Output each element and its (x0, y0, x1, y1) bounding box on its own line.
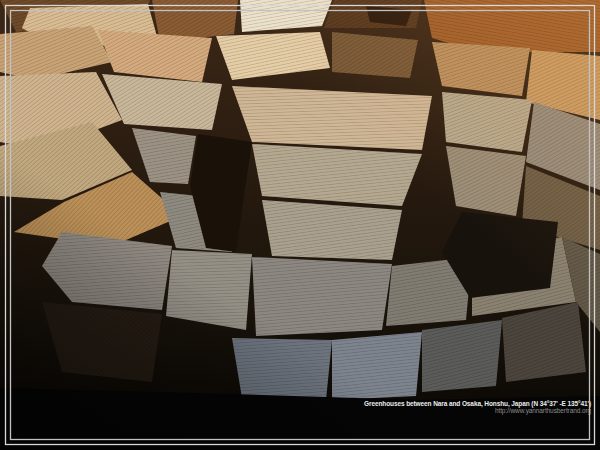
shadow-overlay (0, 0, 600, 450)
aerial-greenhouse-photo (0, 0, 600, 450)
caption-title: Greenhouses between Nara and Osaka, Hons… (364, 400, 591, 407)
caption-url: http://www.yannarthusbertrand.org (364, 407, 591, 414)
photo-caption: Greenhouses between Nara and Osaka, Hons… (364, 400, 591, 414)
wallpaper-screenshot: Greenhouses between Nara and Osaka, Hons… (0, 0, 600, 450)
